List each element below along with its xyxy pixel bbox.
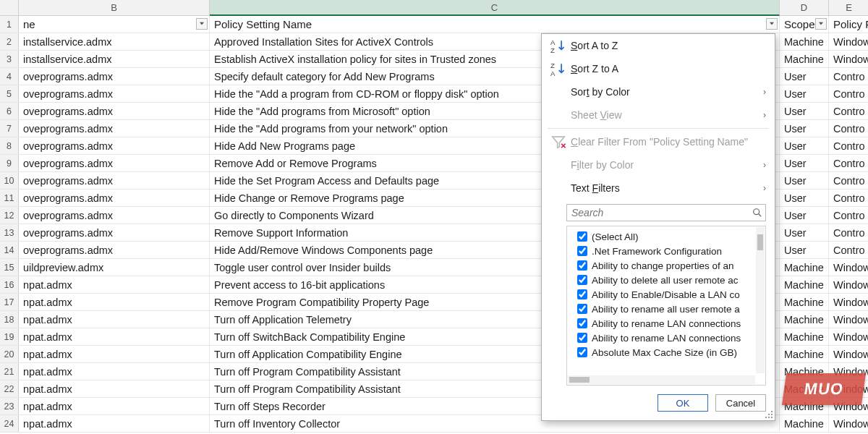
cell[interactable]: Contro	[829, 85, 868, 102]
cell[interactable]: Policy F	[829, 16, 868, 33]
column-header-b[interactable]: B	[19, 0, 210, 15]
row-header[interactable]: 18	[0, 311, 19, 328]
cell[interactable]: Window	[829, 346, 868, 362]
cell[interactable]: Contro	[829, 68, 868, 85]
column-header-d[interactable]: D	[780, 0, 829, 15]
row-header[interactable]: 12	[0, 207, 19, 224]
row-header[interactable]: 6	[0, 103, 19, 119]
cell[interactable]: User	[780, 103, 829, 119]
cell[interactable]: Machine	[780, 328, 829, 345]
sort-a-to-z[interactable]: AZ Sort A to Z	[542, 34, 775, 57]
cell[interactable]: User	[780, 120, 829, 137]
row-header[interactable]: 4	[0, 68, 19, 85]
sort-z-to-a[interactable]: ZA Sort Z to A	[542, 57, 775, 80]
filter-dropdown-button[interactable]	[196, 18, 208, 30]
scroll-thumb[interactable]	[757, 234, 763, 250]
checkbox[interactable]	[577, 318, 587, 328]
cell[interactable]: installservice.admx	[19, 33, 210, 50]
ok-button[interactable]: OK	[658, 394, 708, 412]
filter-value-row[interactable]: Absolute Max Cache Size (in GB)	[570, 345, 762, 359]
row-header[interactable]: 17	[0, 294, 19, 310]
row-header[interactable]: 15	[0, 259, 19, 276]
cell[interactable]: Machine	[780, 276, 829, 293]
filter-value-row[interactable]: Ability to rename LAN connections	[570, 316, 762, 331]
checkbox[interactable]	[577, 289, 587, 299]
column-header-e[interactable]: E	[829, 0, 868, 15]
checkbox[interactable]	[577, 260, 587, 271]
cell[interactable]: Contro	[829, 172, 868, 189]
cell[interactable]: User	[780, 137, 829, 154]
row-header[interactable]: 24	[0, 415, 19, 432]
cell[interactable]: oveprograms.admx	[19, 137, 210, 154]
text-filters[interactable]: Text Filters ›	[542, 176, 775, 200]
filter-dropdown-button[interactable]	[815, 18, 827, 30]
cell[interactable]: oveprograms.admx	[19, 68, 210, 85]
cell[interactable]: Contro	[829, 224, 868, 241]
cell[interactable]: npat.admx	[19, 415, 210, 432]
row-header[interactable]: 1	[0, 16, 19, 33]
cell[interactable]: Window	[829, 33, 868, 50]
row-header[interactable]: 10	[0, 172, 19, 189]
cell[interactable]: Machine	[780, 33, 829, 50]
cell[interactable]: oveprograms.admx	[19, 155, 210, 171]
cell[interactable]: User	[780, 155, 829, 171]
filter-value-row[interactable]: .Net Framework Configuration	[570, 244, 762, 258]
row-header[interactable]: 19	[0, 328, 19, 345]
row-header[interactable]: 11	[0, 190, 19, 206]
sort-by-color[interactable]: Sort by Color ›	[542, 80, 775, 103]
checkbox[interactable]	[577, 333, 587, 343]
cell[interactable]: Window	[829, 328, 868, 345]
cell[interactable]: installservice.admx	[19, 51, 210, 67]
cell[interactable]: oveprograms.admx	[19, 190, 210, 206]
cell[interactable]: Machine	[780, 259, 829, 276]
cell[interactable]: npat.admx	[19, 346, 210, 362]
cell[interactable]: npat.admx	[19, 294, 210, 310]
cell[interactable]: ne	[19, 16, 210, 33]
cell[interactable]: User	[780, 242, 829, 258]
checkbox[interactable]	[577, 246, 587, 256]
cell[interactable]: npat.admx	[19, 311, 210, 328]
cell[interactable]: Contro	[829, 155, 868, 171]
row-header[interactable]: 22	[0, 380, 19, 397]
cell[interactable]: Policy Setting Name	[210, 16, 780, 33]
cell[interactable]: oveprograms.admx	[19, 172, 210, 189]
cell[interactable]: Window	[829, 51, 868, 67]
cell[interactable]: Contro	[829, 207, 868, 224]
cell[interactable]: User	[780, 190, 829, 206]
filter-dropdown-button[interactable]	[766, 18, 778, 30]
filter-search-box[interactable]	[566, 204, 766, 221]
scroll-thumb[interactable]	[569, 377, 590, 383]
cell[interactable]: Window	[829, 311, 868, 328]
cell[interactable]: Machine	[780, 294, 829, 310]
filter-values-list[interactable]: (Select All).Net Framework Configuration…	[566, 226, 766, 386]
row-header[interactable]: 13	[0, 224, 19, 241]
cell[interactable]: Machine	[780, 415, 829, 432]
cell[interactable]: Window	[829, 259, 868, 276]
filter-value-row[interactable]: Ability to rename all user remote a	[570, 302, 762, 316]
cell[interactable]: User	[780, 68, 829, 85]
cell[interactable]: Window	[829, 415, 868, 432]
cell[interactable]: Machine	[780, 51, 829, 67]
cell[interactable]: User	[780, 207, 829, 224]
cell[interactable]: uildpreview.admx	[19, 259, 210, 276]
cell[interactable]: npat.admx	[19, 398, 210, 414]
vertical-scrollbar[interactable]	[756, 227, 765, 373]
row-header[interactable]: 14	[0, 242, 19, 258]
cell[interactable]: oveprograms.admx	[19, 224, 210, 241]
cell[interactable]: oveprograms.admx	[19, 207, 210, 224]
checkbox[interactable]	[577, 304, 587, 314]
row-header[interactable]: 16	[0, 276, 19, 293]
cell[interactable]: oveprograms.admx	[19, 120, 210, 137]
cell[interactable]: Contro	[829, 242, 868, 258]
cell[interactable]: npat.admx	[19, 328, 210, 345]
row-header[interactable]: 9	[0, 155, 19, 171]
row-header[interactable]: 21	[0, 363, 19, 380]
row-header[interactable]: 23	[0, 398, 19, 414]
cell[interactable]: Contro	[829, 103, 868, 119]
cell[interactable]: oveprograms.admx	[19, 103, 210, 119]
filter-value-row[interactable]: Ability to delete all user remote ac	[570, 273, 762, 287]
cell[interactable]: Contro	[829, 120, 868, 137]
resize-grip-icon[interactable]	[765, 410, 773, 419]
filter-value-row[interactable]: Ability to change properties of an	[570, 258, 762, 273]
cell[interactable]: npat.admx	[19, 363, 210, 380]
